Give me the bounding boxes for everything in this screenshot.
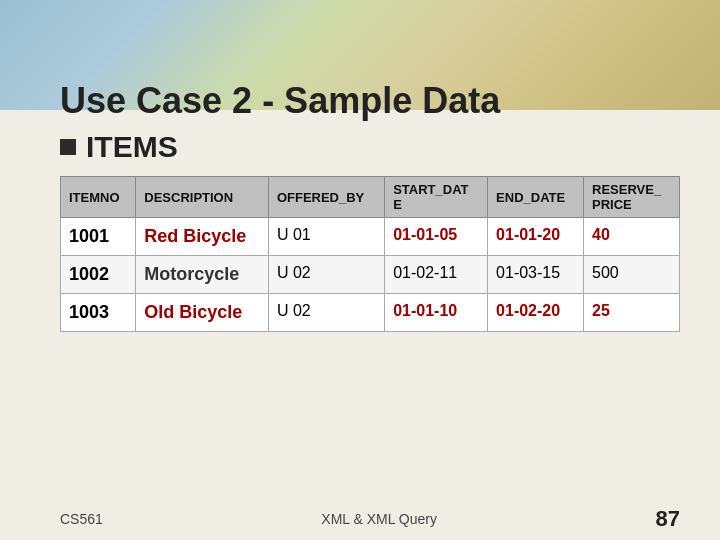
table-header-row: ITEMNO DESCRIPTION OFFERED_BY START_DATE… [61, 177, 680, 218]
footer-course: CS561 [60, 511, 103, 527]
col-itemno: ITEMNO [61, 177, 136, 218]
cell-itemno: 1001 [61, 218, 136, 256]
table-header: ITEMNO DESCRIPTION OFFERED_BY START_DATE… [61, 177, 680, 218]
table-body: 1001 Red Bicycle U 01 01-01-05 01-01-20 … [61, 218, 680, 332]
cell-itemno: 1002 [61, 256, 136, 294]
cell-start-date: 01-01-05 [385, 218, 488, 256]
cell-description: Old Bicycle [136, 294, 269, 332]
cell-reserve-price: 40 [584, 218, 680, 256]
table-row: 1001 Red Bicycle U 01 01-01-05 01-01-20 … [61, 218, 680, 256]
footer-topic: XML & XML Query [321, 511, 437, 527]
cell-end-date: 01-03-15 [488, 256, 584, 294]
cell-offered-by: U 02 [268, 294, 384, 332]
col-start-date: START_DATE [385, 177, 488, 218]
footer-page-number: 87 [656, 506, 680, 532]
col-reserve-price: RESERVE_PRICE [584, 177, 680, 218]
section-title: ITEMS [86, 130, 178, 164]
cell-description: Red Bicycle [136, 218, 269, 256]
table-row: 1003 Old Bicycle U 02 01-01-10 01-02-20 … [61, 294, 680, 332]
cell-itemno: 1003 [61, 294, 136, 332]
col-end-date: END_DATE [488, 177, 584, 218]
items-table: ITEMNO DESCRIPTION OFFERED_BY START_DATE… [60, 176, 680, 332]
cell-end-date: 01-01-20 [488, 218, 584, 256]
cell-offered-by: U 01 [268, 218, 384, 256]
footer: CS561 XML & XML Query 87 [60, 506, 680, 532]
main-content: Use Case 2 - Sample Data ITEMS ITEMNO DE… [60, 80, 680, 510]
col-description: DESCRIPTION [136, 177, 269, 218]
cell-description: Motorcycle [136, 256, 269, 294]
cell-start-date: 01-01-10 [385, 294, 488, 332]
cell-reserve-price: 500 [584, 256, 680, 294]
table-row: 1002 Motorcycle U 02 01-02-11 01-03-15 5… [61, 256, 680, 294]
bullet-icon [60, 139, 76, 155]
page-title: Use Case 2 - Sample Data [60, 80, 680, 122]
col-offered-by: OFFERED_BY [268, 177, 384, 218]
cell-start-date: 01-02-11 [385, 256, 488, 294]
cell-reserve-price: 25 [584, 294, 680, 332]
cell-end-date: 01-02-20 [488, 294, 584, 332]
section-header: ITEMS [60, 130, 680, 164]
cell-offered-by: U 02 [268, 256, 384, 294]
